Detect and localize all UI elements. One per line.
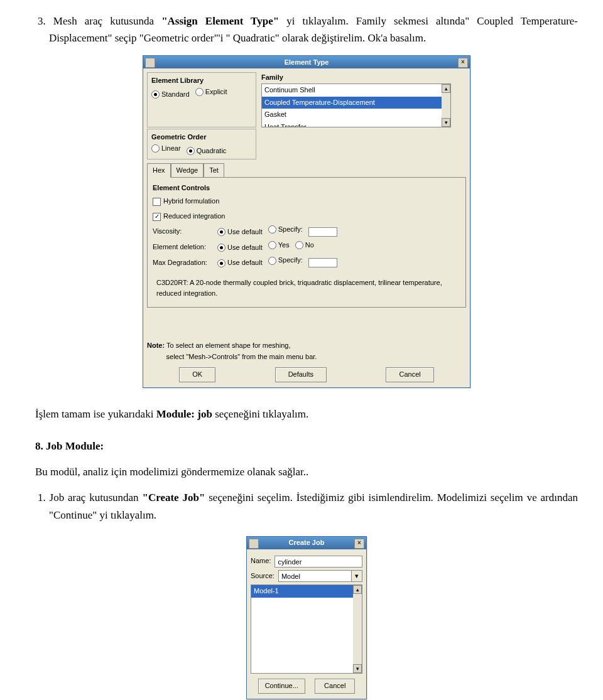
viscosity-row: Viscosity: Use default Specify: <box>153 224 460 238</box>
list-item[interactable]: Gasket <box>262 109 450 121</box>
tab-hex[interactable]: Hex <box>147 163 171 178</box>
radio-explicit[interactable]: Explicit <box>195 87 227 98</box>
dialog-title: Create Job <box>289 537 325 549</box>
module-job-label: Module: job <box>156 408 212 420</box>
list-item[interactable]: Model-1 <box>251 585 353 598</box>
cancel-button[interactable]: Cancel <box>386 367 433 382</box>
geometric-order-group: Geometric Order Linear Quadratic <box>147 129 256 159</box>
scrollbar[interactable]: ▴ ▾ <box>353 585 362 673</box>
specify-input[interactable] <box>308 227 337 237</box>
radio-no[interactable]: No <box>295 240 314 251</box>
checkbox-reduced[interactable]: Reduced integration <box>153 211 225 222</box>
chevron-down-icon[interactable]: ▾ <box>352 570 362 583</box>
element-controls-title: Element Controls <box>153 183 460 194</box>
tab-body: Element Controls Hybrid formulation Redu… <box>147 177 466 308</box>
family-label: Family <box>261 72 466 83</box>
list-item[interactable]: Coupled Temperature-Displacement <box>262 97 450 109</box>
tab-wedge[interactable]: Wedge <box>171 163 204 178</box>
paragraph-job-module-desc: Bu modül, analiz için modelimizi gönderm… <box>35 463 578 480</box>
model-listbox[interactable]: Model-1 ▴ ▾ <box>251 584 362 674</box>
scrollbar[interactable]: ▴ ▾ <box>442 84 450 127</box>
radio-specify[interactable]: Specify: <box>268 255 303 266</box>
element-library-group: Element Library Standard Explicit <box>147 72 256 127</box>
dialog-buttons: OK Defaults Cancel <box>147 363 466 384</box>
radio-specify[interactable]: Specify: <box>268 224 303 235</box>
family-listbox[interactable]: Continuum Shell Coupled Temperature-Disp… <box>261 83 451 127</box>
shape-tabs: Hex Wedge Tet <box>147 163 466 178</box>
name-input[interactable]: cylinder <box>274 556 362 568</box>
source-select[interactable]: Model <box>278 570 352 582</box>
paragraph-3-mesh: 3. Mesh araç kutusunda "Assign Element T… <box>35 13 578 46</box>
element-type-dialog: Element Type × Element Library Standard … <box>143 55 470 387</box>
group-label: Element Library <box>151 75 252 87</box>
dialog-titlebar: Create Job × <box>247 537 366 549</box>
group-label: Geometric Order <box>151 132 252 143</box>
dialog-titlebar: Element Type × <box>143 56 470 68</box>
radio-quadratic[interactable]: Quadratic <box>187 146 227 157</box>
name-label: Name: <box>251 556 271 567</box>
scroll-up-icon[interactable]: ▴ <box>353 585 362 594</box>
create-job-dialog: Create Job × Name: cylinder Source: Mode… <box>246 536 367 699</box>
heading-8-job-module: 8. Job Module: <box>35 438 578 455</box>
list-item[interactable]: Heat Transfer <box>262 121 450 127</box>
scroll-up-icon[interactable]: ▴ <box>442 84 450 93</box>
radio-use-default[interactable]: Use default <box>217 242 263 254</box>
element-deletion-row: Element deletion: Use default Yes No <box>153 240 460 254</box>
close-icon[interactable]: × <box>458 58 468 68</box>
radio-yes[interactable]: Yes <box>268 240 290 251</box>
cancel-button[interactable]: Cancel <box>315 679 355 694</box>
text: 3. Mesh araç kutusunda <box>38 15 161 27</box>
paragraph-module-job: İşlem tamam ise yukarıdaki Module: job s… <box>35 406 578 423</box>
tab-tet[interactable]: Tet <box>204 163 224 178</box>
source-label: Source: <box>251 571 274 582</box>
radio-standard[interactable]: Standard <box>151 89 190 100</box>
system-menu-icon[interactable] <box>145 58 155 68</box>
radio-use-default[interactable]: Use default <box>217 257 263 269</box>
checkbox-hybrid[interactable]: Hybrid formulation <box>153 196 219 207</box>
scroll-down-icon[interactable]: ▾ <box>442 118 450 127</box>
continue-button[interactable]: Continue... <box>258 679 305 694</box>
assign-element-type-label: "Assign Element Type" <box>161 15 279 27</box>
list-item[interactable]: Continuum Shell <box>262 84 450 97</box>
radio-use-default[interactable]: Use default <box>217 227 263 238</box>
element-description: C3D20RT: A 20-node thermally coupled bri… <box>153 275 460 302</box>
radio-linear[interactable]: Linear <box>151 143 181 154</box>
ok-button[interactable]: OK <box>179 367 215 382</box>
system-menu-icon[interactable] <box>249 539 259 549</box>
dialog-title: Element Type <box>285 57 329 68</box>
paragraph-create-job: 1. Job araç kutusundan "Create Job" seçe… <box>35 489 578 523</box>
note: Note: To select an element shape for mes… <box>147 339 466 363</box>
specify-input[interactable] <box>308 258 337 267</box>
max-degradation-row: Max Degradation: Use default Specify: <box>153 255 460 269</box>
close-icon[interactable]: × <box>354 539 364 549</box>
create-job-label: "Create Job" <box>142 492 205 503</box>
scroll-down-icon[interactable]: ▾ <box>353 664 362 673</box>
defaults-button[interactable]: Defaults <box>275 367 327 382</box>
